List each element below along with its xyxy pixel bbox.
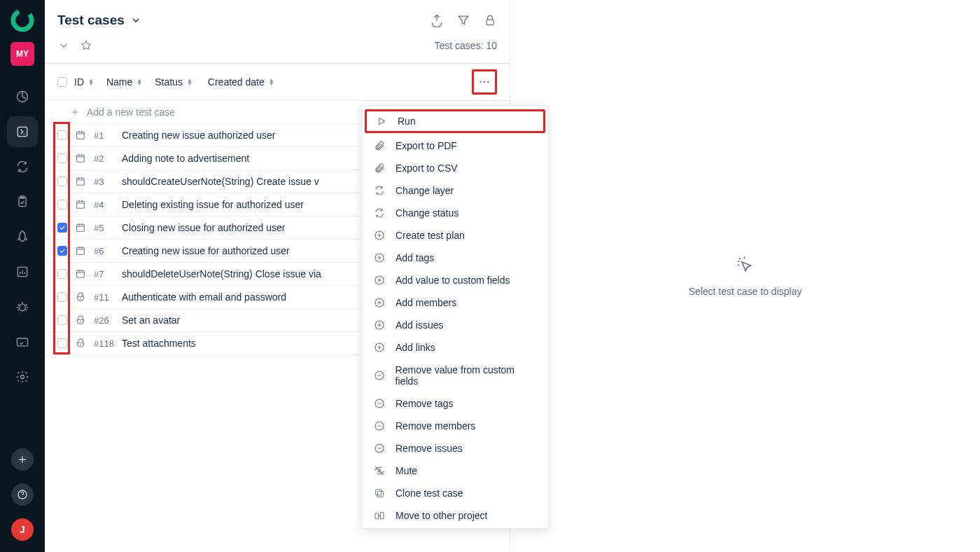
row-name: Set an avatar <box>122 315 180 326</box>
empty-state-text: Select test case to display <box>689 286 802 297</box>
nav-launch-icon[interactable] <box>7 221 38 252</box>
svg-rect-33 <box>376 490 382 495</box>
column-id[interactable]: ID▲▼ <box>74 76 94 88</box>
expand-chevron-icon[interactable] <box>57 39 70 52</box>
dropdown-item-label: Add links <box>396 342 435 353</box>
row-checkbox[interactable] <box>57 200 67 209</box>
row-checkbox[interactable] <box>57 130 67 140</box>
nav-bugs-icon[interactable] <box>7 291 38 322</box>
row-name: shouldDeleteUserNote(String) Close issue… <box>122 268 321 280</box>
row-type-icon <box>74 199 87 210</box>
column-status[interactable]: Status▲▼ <box>155 76 192 88</box>
upload-icon[interactable] <box>430 13 444 27</box>
svg-rect-20 <box>77 270 85 277</box>
lock-icon[interactable] <box>483 13 497 27</box>
dropdown-item-label: Export to PDF <box>396 140 457 151</box>
project-badge[interactable]: MY <box>10 42 34 66</box>
dropdown-item[interactable]: Change layer <box>362 179 548 202</box>
page-title-row[interactable]: Test cases <box>57 13 141 28</box>
dropdown-item-label: Change layer <box>396 185 454 196</box>
mute-icon <box>373 465 386 476</box>
row-name: shouldCreateUserNote(String) Create issu… <box>122 176 319 187</box>
dropdown-item[interactable]: Export to CSV <box>362 157 548 179</box>
dropdown-item[interactable]: Export to PDF <box>362 134 548 157</box>
refresh-icon <box>373 207 386 219</box>
plusc-icon <box>373 252 386 263</box>
help-button[interactable] <box>11 483 34 506</box>
app-logo[interactable] <box>10 8 34 32</box>
row-type-icon <box>74 268 87 280</box>
dropdown-item-label: Clone test case <box>396 488 463 499</box>
row-type-icon <box>74 338 87 349</box>
table-header: ID▲▼ Name▲▼ Status▲▼ Created date▲▼ <box>45 63 510 101</box>
row-checkbox[interactable] <box>57 177 67 186</box>
row-checkbox[interactable] <box>57 153 67 163</box>
dropdown-item[interactable]: Add issues <box>362 314 548 336</box>
row-type-icon <box>74 153 87 164</box>
row-name: Adding note to advertisement <box>122 153 249 164</box>
minusc-icon <box>373 443 386 454</box>
dropdown-item-label: Add issues <box>396 319 443 331</box>
dropdown-item[interactable]: Remove issues <box>362 437 548 460</box>
row-id: #7 <box>94 269 115 280</box>
dropdown-item[interactable]: Move to other project <box>362 504 548 527</box>
dropdown-item[interactable]: Add tags <box>362 247 548 269</box>
row-checkbox[interactable] <box>57 246 67 256</box>
svg-point-11 <box>480 81 482 83</box>
svg-point-0 <box>10 8 34 32</box>
nav-testcases-icon[interactable] <box>7 116 38 147</box>
dropdown-item[interactable]: Add links <box>362 336 548 359</box>
nav-overview-icon[interactable] <box>7 81 38 112</box>
move-icon <box>373 510 386 521</box>
dropdown-item[interactable]: Add value to custom fields <box>362 269 548 291</box>
nav-settings-icon[interactable] <box>7 361 38 392</box>
row-checkbox[interactable] <box>57 223 67 233</box>
dropdown-item[interactable]: Remove value from custom fields <box>362 359 548 392</box>
row-name: Closing new issue for authorized user <box>122 222 285 233</box>
row-id: #26 <box>94 315 115 326</box>
row-name: Authenticate with email and password <box>122 291 286 303</box>
row-checkbox[interactable] <box>57 315 67 325</box>
plusc-icon <box>373 319 386 331</box>
add-button[interactable] <box>11 448 34 471</box>
dropdown-item[interactable]: Add members <box>362 291 548 314</box>
user-avatar[interactable]: J <box>11 518 34 541</box>
svg-rect-10 <box>486 20 493 25</box>
row-type-icon <box>74 245 87 256</box>
nav-analytics-icon[interactable] <box>7 256 38 287</box>
dropdown-item[interactable]: Change status <box>362 202 548 224</box>
row-checkbox[interactable] <box>57 292 67 302</box>
dropdown-item[interactable]: Remove tags <box>362 392 548 415</box>
svg-rect-32 <box>377 491 383 497</box>
nav-jobs-icon[interactable] <box>7 326 38 357</box>
nav-sync-icon[interactable] <box>7 151 38 182</box>
svg-point-8 <box>21 375 24 379</box>
column-created[interactable]: Created date▲▼ <box>208 76 274 88</box>
more-actions-button[interactable] <box>474 71 495 92</box>
star-icon[interactable] <box>80 39 92 52</box>
dropdown-item-label: Add tags <box>396 252 434 263</box>
select-all-checkbox[interactable] <box>57 77 67 87</box>
clone-icon <box>373 488 386 499</box>
dropdown-item[interactable]: Remove members <box>362 415 548 437</box>
dropdown-item[interactable]: Run <box>367 111 543 131</box>
refresh-icon <box>373 185 386 196</box>
minusc-icon <box>373 370 386 381</box>
filter-icon[interactable] <box>456 13 470 27</box>
row-type-icon <box>74 130 87 141</box>
row-checkbox[interactable] <box>57 338 67 348</box>
column-name[interactable]: Name▲▼ <box>106 76 142 88</box>
dropdown-item-label: Remove tags <box>396 398 453 409</box>
nav-clipboard-icon[interactable] <box>7 186 38 217</box>
dropdown-item[interactable]: Clone test case <box>362 482 548 504</box>
dropdown-item-label: Remove members <box>396 420 475 432</box>
left-pane: Test cases <box>45 0 510 552</box>
row-type-icon <box>74 176 87 187</box>
row-name: Deleting existing issue for authorized u… <box>122 199 304 210</box>
row-id: #4 <box>94 200 115 210</box>
dropdown-item[interactable]: Create test plan <box>362 224 548 247</box>
minusc-icon <box>373 420 386 432</box>
dropdown-item-label: Change status <box>396 207 458 219</box>
dropdown-item[interactable]: Mute <box>362 460 548 482</box>
row-checkbox[interactable] <box>57 269 67 279</box>
